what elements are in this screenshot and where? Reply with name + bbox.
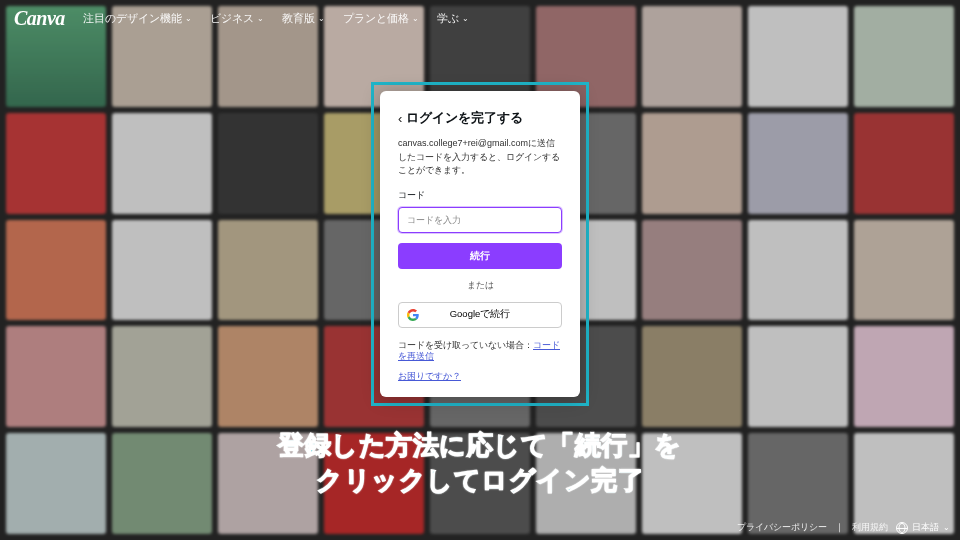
resend-code-text: コードを受け取っていない場合：コードを再送信 bbox=[398, 340, 562, 364]
canva-logo[interactable]: Canva bbox=[14, 7, 65, 30]
google-button-label: Googleで続行 bbox=[450, 308, 511, 321]
instruction-caption: 登録した方法に応じて「続行」を クリックしてログイン完了 bbox=[0, 428, 960, 498]
continue-with-google-button[interactable]: Googleで続行 bbox=[398, 302, 562, 328]
login-modal: ‹ ログインを完了する canvas.college7+rei@gmail.co… bbox=[380, 91, 580, 397]
caption-line-1: 登録した方法に応じて「続行」を bbox=[0, 428, 960, 463]
login-modal-highlight: ‹ ログインを完了する canvas.college7+rei@gmail.co… bbox=[371, 82, 589, 406]
help-link[interactable]: お困りですか？ bbox=[398, 371, 461, 383]
code-field-label: コード bbox=[398, 190, 562, 202]
chevron-down-icon: ⌄ bbox=[185, 14, 192, 23]
modal-title: ログインを完了する bbox=[406, 109, 523, 127]
nav-plans-pricing[interactable]: プランと価格⌄ bbox=[343, 11, 419, 26]
back-button[interactable]: ‹ bbox=[398, 111, 402, 126]
chevron-down-icon: ⌄ bbox=[412, 14, 419, 23]
nav-learn[interactable]: 学ぶ⌄ bbox=[437, 11, 469, 26]
nav-education[interactable]: 教育版⌄ bbox=[282, 11, 325, 26]
privacy-policy-link[interactable]: プライバシーポリシー bbox=[737, 521, 827, 534]
chevron-down-icon: ⌄ bbox=[462, 14, 469, 23]
footer: プライバシーポリシー ｜ 利用規約 日本語 ⌄ bbox=[737, 521, 950, 534]
caption-line-2: クリックしてログイン完了 bbox=[0, 463, 960, 498]
top-navigation: Canva 注目のデザイン機能⌄ ビジネス⌄ 教育版⌄ プランと価格⌄ 学ぶ⌄ bbox=[0, 0, 960, 36]
globe-icon bbox=[896, 522, 908, 534]
nav-featured-design[interactable]: 注目のデザイン機能⌄ bbox=[83, 11, 192, 26]
google-icon bbox=[407, 309, 419, 321]
chevron-down-icon: ⌄ bbox=[318, 14, 325, 23]
language-selector[interactable]: 日本語 ⌄ bbox=[896, 521, 950, 534]
code-input[interactable] bbox=[398, 207, 562, 233]
modal-description: canvas.college7+rei@gmail.comに送信したコードを入力… bbox=[398, 137, 562, 178]
terms-link[interactable]: 利用規約 bbox=[852, 521, 888, 534]
nav-business[interactable]: ビジネス⌄ bbox=[210, 11, 264, 26]
separator-or: または bbox=[398, 279, 562, 292]
chevron-down-icon: ⌄ bbox=[257, 14, 264, 23]
continue-button[interactable]: 続行 bbox=[398, 243, 562, 269]
chevron-down-icon: ⌄ bbox=[943, 523, 950, 532]
